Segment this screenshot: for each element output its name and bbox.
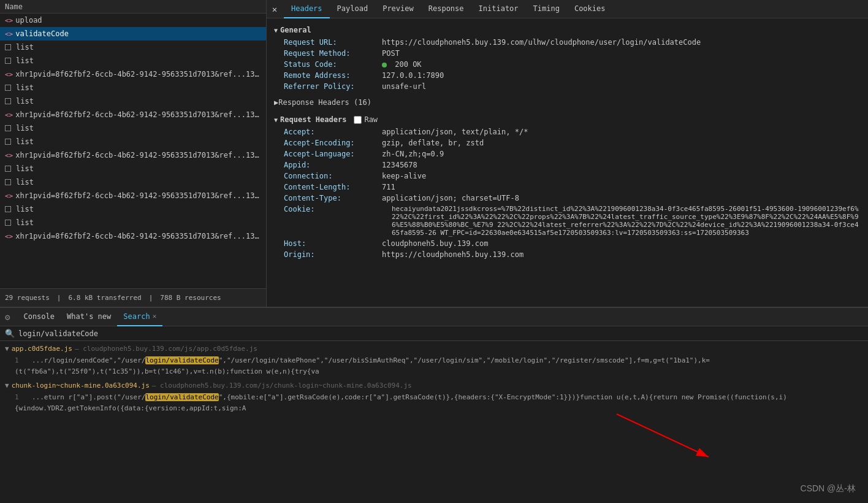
search-match-line[interactable]: 1...eturn r["a"].post("/user/login/valid… bbox=[0, 391, 868, 415]
tab-timing[interactable]: Timing bbox=[526, 0, 567, 18]
search-results[interactable]: ▼ app.c0d5fdae.js — cloudphoneh5.buy.139… bbox=[0, 341, 868, 503]
request-header-row: Accept-Encoding:gzip, deflate, br, zstd bbox=[274, 137, 861, 148]
network-row[interactable]: list bbox=[0, 162, 266, 175]
remote-address-key: Remote Address: bbox=[284, 71, 382, 80]
doc-icon bbox=[5, 166, 13, 172]
network-row[interactable]: list bbox=[0, 121, 266, 135]
xhr-icon: <> bbox=[5, 111, 13, 119]
tab-close-icon[interactable]: ✕ bbox=[153, 312, 157, 320]
request-method-value: POST bbox=[382, 49, 861, 58]
network-row[interactable]: <>xhr1pvid=8f62fbf2-6ccb-4b62-9142-95633… bbox=[0, 108, 266, 121]
tab-response[interactable]: Response bbox=[421, 0, 471, 18]
line-number: 1 bbox=[15, 355, 27, 366]
request-headers-wrapper: ▼ Request Headers Raw Accept:application… bbox=[274, 113, 861, 260]
header-value: 711 bbox=[382, 183, 861, 191]
raw-checkbox-area[interactable]: Raw bbox=[354, 115, 378, 124]
bottom-tabs: ⚙ ConsoleWhat's newSearch✕ bbox=[0, 308, 868, 326]
status-code-value: 200 OK bbox=[382, 60, 861, 69]
xhr-icon: <> bbox=[5, 232, 13, 240]
general-section-body: Request URL: https://cloudphoneh5.buy.13… bbox=[274, 37, 861, 92]
tab-initiator[interactable]: Initiator bbox=[471, 0, 526, 18]
close-panel-button[interactable]: ✕ bbox=[269, 4, 280, 15]
response-headers-title: Response Headers (16) bbox=[278, 98, 371, 107]
row-name: upload bbox=[15, 16, 42, 25]
doc-icon bbox=[5, 125, 13, 131]
raw-checkbox-input[interactable] bbox=[354, 116, 362, 124]
network-list: Name <>upload<>validateCodelistlist<>xhr… bbox=[0, 0, 267, 307]
network-row[interactable]: list bbox=[0, 81, 266, 94]
request-headers-section-header[interactable]: ▼ Request Headers Raw bbox=[274, 113, 861, 126]
status-dot-icon bbox=[382, 63, 387, 67]
remote-address-value: 127.0.0.1:7890 bbox=[382, 71, 861, 80]
bottom-tab-console[interactable]: Console bbox=[17, 308, 61, 326]
network-row[interactable]: <>xhr1pvid=8f62fbf2-6ccb-4b62-9142-95633… bbox=[0, 67, 266, 81]
tab-payload[interactable]: Payload bbox=[330, 0, 376, 18]
header-key: Accept: bbox=[284, 128, 382, 136]
general-section-header[interactable]: ▼ General bbox=[274, 23, 861, 37]
devtools-container: Name <>upload<>validateCodelistlist<>xhr… bbox=[0, 0, 868, 503]
network-row[interactable]: list bbox=[0, 94, 266, 108]
tab-preview[interactable]: Preview bbox=[375, 0, 421, 18]
tab-headers[interactable]: Headers bbox=[284, 0, 330, 18]
network-row[interactable]: list bbox=[0, 202, 266, 216]
network-row[interactable]: list bbox=[0, 216, 266, 229]
doc-icon bbox=[5, 44, 13, 50]
header-value: https://cloudphoneh5.buy.139.com bbox=[382, 250, 861, 259]
match-text: login/validateCode bbox=[145, 393, 218, 401]
row-name: list bbox=[16, 83, 34, 92]
header-value: application/json; charset=UTF-8 bbox=[382, 194, 861, 202]
referrer-policy-value: unsafe-url bbox=[382, 82, 861, 91]
network-row[interactable]: <>xhr1pvid=8f62fbf2-6ccb-4b62-9142-95633… bbox=[0, 229, 266, 243]
network-row[interactable]: list bbox=[0, 54, 266, 67]
request-headers-body: Accept:application/json, text/plain, */*… bbox=[274, 126, 861, 260]
bottom-panel: ⚙ ConsoleWhat's newSearch✕ 🔍 ▼ app.c0d5f… bbox=[0, 307, 868, 503]
response-headers-arrow-icon: ▶ bbox=[274, 98, 278, 107]
xhr-icon: <> bbox=[5, 17, 13, 25]
bottom-tab-search[interactable]: Search✕ bbox=[117, 308, 162, 326]
network-row[interactable]: <>upload bbox=[0, 13, 266, 27]
header-key: Accept-Encoding: bbox=[284, 139, 382, 147]
response-headers-section[interactable]: ▶ Response Headers (16) bbox=[274, 96, 861, 109]
request-url-key: Request URL: bbox=[284, 38, 382, 47]
search-bar: 🔍 bbox=[0, 326, 868, 341]
network-row[interactable]: list bbox=[0, 40, 266, 54]
row-name: list bbox=[16, 164, 34, 173]
settings-icon[interactable]: ⚙ bbox=[5, 312, 10, 322]
tabs-bar: ✕ HeadersPayloadPreviewResponseInitiator… bbox=[267, 0, 868, 18]
network-row[interactable]: list bbox=[0, 135, 266, 148]
search-filename: app.c0d5fdae.js bbox=[12, 345, 72, 353]
xhr-icon: <> bbox=[5, 30, 13, 38]
watermark: CSDN @丛-林 bbox=[801, 483, 856, 494]
bottom-tab-what's-new[interactable]: What's new bbox=[61, 308, 117, 326]
doc-icon bbox=[5, 139, 13, 145]
header-value: 12345678 bbox=[382, 161, 861, 169]
network-row[interactable]: <>xhr1pvid=8f62fbf2-6ccb-4b62-9142-95633… bbox=[0, 148, 266, 162]
network-row[interactable]: <>xhr1pvid=8f62fbf2-6ccb-4b62-9142-95633… bbox=[0, 189, 266, 202]
general-arrow-icon: ▼ bbox=[274, 27, 278, 34]
match-prefix: ...r/login/sendCode","/user/ bbox=[32, 356, 145, 364]
row-name: list bbox=[16, 218, 34, 227]
row-name: xhr1pvid=8f62fbf2-6ccb-4b62-9142-9563351… bbox=[15, 70, 261, 79]
row-name: validateCode bbox=[15, 29, 69, 38]
headers-content[interactable]: ▼ General Request URL: https://cloudphon… bbox=[267, 18, 868, 307]
header-value: gzip, deflate, br, zstd bbox=[382, 139, 861, 147]
header-key: Connection: bbox=[284, 172, 382, 180]
search-input[interactable] bbox=[18, 329, 863, 338]
search-file-header[interactable]: ▼ app.c0d5fdae.js — cloudphoneh5.buy.139… bbox=[0, 344, 868, 354]
header-key: Cookie: bbox=[284, 205, 382, 237]
expand-arrow-icon: ▼ bbox=[5, 345, 9, 353]
row-name: xhr1pvid=8f62fbf2-6ccb-4b62-9142-9563351… bbox=[15, 191, 261, 200]
bottom-tabs-container: ConsoleWhat's newSearch✕ bbox=[17, 308, 162, 326]
network-row[interactable]: <>validateCode bbox=[0, 27, 266, 40]
network-rows[interactable]: <>upload<>validateCodelistlist<>xhr1pvid… bbox=[0, 13, 266, 288]
network-row[interactable]: list bbox=[0, 175, 266, 189]
match-prefix: ...eturn r["a"].post("/user/ bbox=[32, 393, 145, 401]
raw-label: Raw bbox=[364, 115, 378, 124]
xhr-icon: <> bbox=[5, 192, 13, 200]
search-match-line[interactable]: 1...r/login/sendCode","/user/login/valid… bbox=[0, 354, 868, 378]
row-name: xhr1pvid=8f62fbf2-6ccb-4b62-9142-9563351… bbox=[15, 151, 261, 159]
tab-cookies[interactable]: Cookies bbox=[567, 0, 613, 18]
search-file-header[interactable]: ▼ chunk-login~chunk-mine.0a63c094.js — c… bbox=[0, 380, 868, 391]
request-headers-arrow-icon: ▼ bbox=[274, 117, 278, 123]
search-file-url: — cloudphoneh5.buy.139.com/js/chunk-logi… bbox=[152, 382, 412, 390]
